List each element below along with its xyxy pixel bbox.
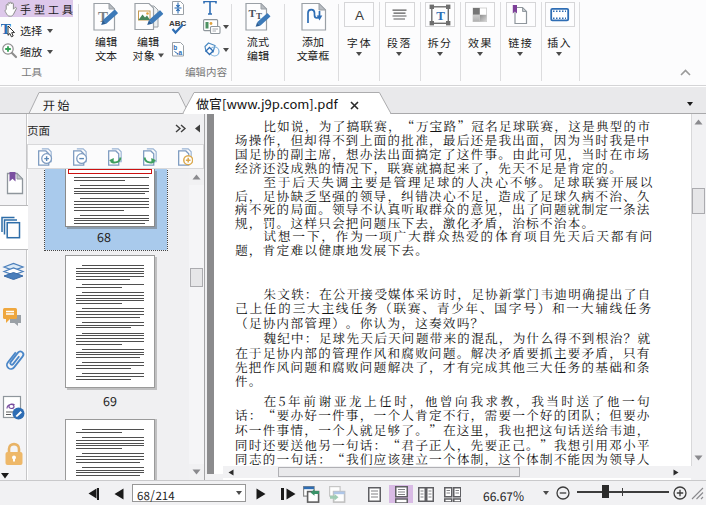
svg-text:ABC: ABC — [169, 19, 187, 28]
svg-text:A: A — [355, 8, 364, 23]
svg-text:T: T — [436, 7, 445, 22]
svg-text:b: b — [173, 44, 177, 51]
svg-text:a: a — [179, 49, 183, 56]
